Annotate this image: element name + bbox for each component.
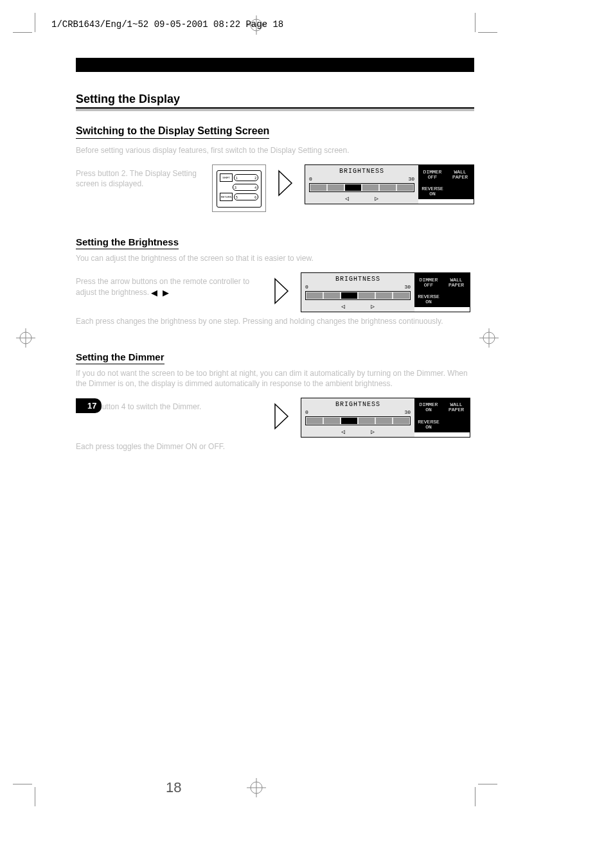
heading-brightness: Setting the Brightness xyxy=(76,236,179,249)
empty-cell xyxy=(446,184,474,199)
heading-setting-display: Setting the Display xyxy=(76,93,474,109)
dimmer-cell: DIMMEROFF xyxy=(418,165,446,184)
arrow-icon xyxy=(274,403,289,430)
arrow-icon xyxy=(278,170,293,197)
registration-mark xyxy=(16,328,35,348)
brightness-bar xyxy=(305,416,411,425)
dimmer-step-text: Press button 4 to switch the Dimmer. xyxy=(76,402,262,412)
right-arrow-icon: ▷ xyxy=(375,195,378,202)
print-page-number: 18 xyxy=(166,779,181,796)
page-content: Setting the Display Switching to the Dis… xyxy=(76,58,474,458)
crop-mark xyxy=(35,787,35,806)
brightness-note-text: Each press changes the brightness by one… xyxy=(76,316,474,326)
switch-step-text: Press button 2. The Display Setting scre… xyxy=(76,168,200,189)
print-slug: 1/CRB1643/Eng/1~52 09-05-2001 08:22 Page… xyxy=(51,19,283,30)
remote-illustration: SHIFT 12 34 RETURN 56 xyxy=(212,164,266,212)
brightness-step-text: Press the arrow buttons on the remote co… xyxy=(76,276,262,298)
crop-mark xyxy=(13,32,32,33)
remote-shift-label: SHIFT xyxy=(220,173,233,182)
heading-switch-screen: Switching to the Display Setting Screen xyxy=(76,125,269,139)
remote-row3: 56 xyxy=(234,193,258,200)
dimmer-note-text: Each press toggles the Dimmer ON or OFF. xyxy=(76,441,474,452)
heading-dimmer: Setting the Dimmer xyxy=(76,351,164,364)
registration-mark xyxy=(479,328,499,348)
dimmer-intro-text: If you do not want the screen to be too … xyxy=(76,368,474,389)
page-badge: 17 xyxy=(76,398,102,413)
left-arrow-icon: ◁ xyxy=(345,195,349,202)
lcd-title: BRIGHTNESS xyxy=(309,168,414,175)
brightness-bar xyxy=(305,291,411,300)
lcd-screen-3: BRIGHTNESS 030 ◁▷ DIMMERON WALLPAPER xyxy=(301,398,470,438)
crop-mark xyxy=(475,787,475,806)
arrow-icon xyxy=(274,278,289,305)
heading-underline xyxy=(76,109,474,111)
wallpaper-cell: WALLPAPER xyxy=(446,165,474,184)
section-bar xyxy=(76,58,474,72)
registration-mark xyxy=(247,778,266,797)
lcd-screen-2: BRIGHTNESS 030 ◁▷ DIMMEROFF WALLPAPER xyxy=(301,272,470,312)
crop-mark xyxy=(35,13,35,32)
remote-row1: 12 xyxy=(234,174,258,181)
brightness-intro-text: You can adjust the brightness of the scr… xyxy=(76,253,474,263)
lcd-screen-1: BRIGHTNESS 030 ◁▷ DIMMEROFF WALLPAPER xyxy=(305,164,474,204)
brightness-bar xyxy=(309,183,414,192)
switch-intro-text: Before setting various display features,… xyxy=(76,145,474,155)
remote-return-label: RETURN xyxy=(220,193,233,201)
crop-mark xyxy=(475,13,475,32)
arrow-left-right-icon: ◀ ▶ xyxy=(151,288,170,297)
crop-mark xyxy=(478,32,497,33)
remote-row2: 34 xyxy=(233,184,258,191)
crop-mark xyxy=(13,784,32,784)
crop-mark xyxy=(478,784,497,784)
reverse-cell: REVERSEON xyxy=(418,184,446,199)
